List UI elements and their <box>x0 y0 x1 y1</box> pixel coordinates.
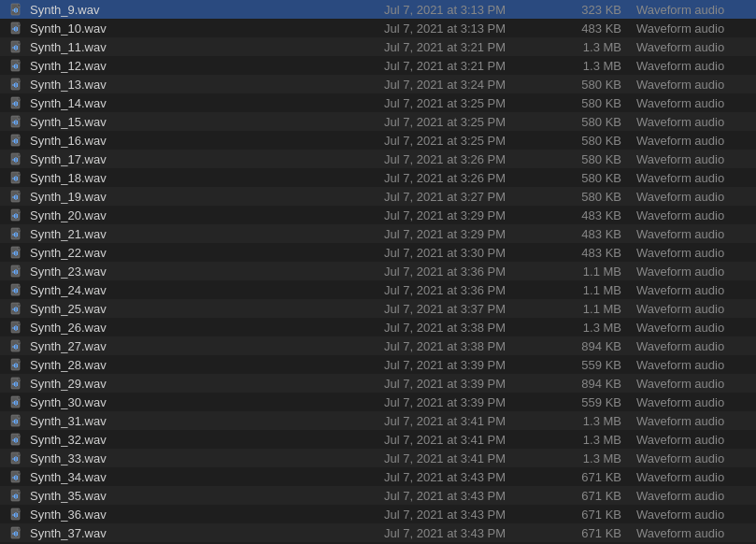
file-date: Jul 7, 2021 at 3:24 PM <box>384 78 562 92</box>
file-date: Jul 7, 2021 at 3:26 PM <box>384 152 562 166</box>
file-kind: Waveform audio <box>636 302 749 316</box>
file-kind: Waveform audio <box>636 171 749 185</box>
file-date: Jul 7, 2021 at 3:26 PM <box>384 171 562 185</box>
file-name: Synth_17.wav <box>26 152 384 166</box>
file-type-icon <box>7 489 26 502</box>
file-type-icon <box>7 470 26 483</box>
table-row[interactable]: Synth_28.wavJul 7, 2021 at 3:39 PM559 KB… <box>0 355 756 374</box>
table-row[interactable]: Synth_17.wavJul 7, 2021 at 3:26 PM580 KB… <box>0 150 756 168</box>
file-date: Jul 7, 2021 at 3:25 PM <box>384 134 562 148</box>
file-name: Synth_12.wav <box>26 59 384 73</box>
file-kind: Waveform audio <box>636 508 749 522</box>
table-row[interactable]: Synth_18.wavJul 7, 2021 at 3:26 PM580 KB… <box>0 168 756 187</box>
file-date: Jul 7, 2021 at 3:13 PM <box>384 21 562 36</box>
file-date: Jul 7, 2021 at 3:25 PM <box>384 96 562 110</box>
file-date: Jul 7, 2021 at 3:43 PM <box>384 470 562 484</box>
file-date: Jul 7, 2021 at 3:37 PM <box>384 302 562 316</box>
file-type-icon <box>7 526 26 539</box>
file-date: Jul 7, 2021 at 3:39 PM <box>384 395 562 409</box>
table-row[interactable]: Synth_25.wavJul 7, 2021 at 3:37 PM1.1 MB… <box>0 299 756 318</box>
file-size: 483 KB <box>562 208 636 222</box>
file-name: Synth_36.wav <box>26 508 384 522</box>
file-type-icon <box>7 321 26 334</box>
file-date: Jul 7, 2021 at 3:27 PM <box>384 190 562 204</box>
file-type-icon <box>7 3 26 16</box>
file-size: 1.3 MB <box>562 451 636 465</box>
file-kind: Waveform audio <box>636 59 749 73</box>
file-date: Jul 7, 2021 at 3:39 PM <box>384 377 562 391</box>
table-row[interactable]: Synth_23.wavJul 7, 2021 at 3:36 PM1.1 MB… <box>0 262 756 280</box>
file-type-icon <box>7 78 26 91</box>
table-row[interactable]: Synth_12.wavJul 7, 2021 at 3:21 PM1.3 MB… <box>0 56 756 75</box>
table-row[interactable]: Synth_36.wavJul 7, 2021 at 3:43 PM671 KB… <box>0 505 756 523</box>
file-kind: Waveform audio <box>636 115 749 129</box>
file-name: Synth_10.wav <box>26 21 384 36</box>
table-row[interactable]: Synth_37.wavJul 7, 2021 at 3:43 PM671 KB… <box>0 523 756 542</box>
table-row[interactable]: Synth_15.wavJul 7, 2021 at 3:25 PM580 KB… <box>0 112 756 131</box>
table-row[interactable]: Synth_24.wavJul 7, 2021 at 3:36 PM1.1 MB… <box>0 280 756 299</box>
file-kind: Waveform audio <box>636 489 749 503</box>
file-name: Synth_28.wav <box>26 358 384 372</box>
file-date: Jul 7, 2021 at 3:36 PM <box>384 265 562 279</box>
file-date: Jul 7, 2021 at 3:38 PM <box>384 339 562 353</box>
file-size: 483 KB <box>562 21 636 36</box>
file-size: 323 KB <box>562 3 636 17</box>
file-name: Synth_33.wav <box>26 451 384 465</box>
file-type-icon <box>7 433 26 446</box>
table-row[interactable]: Synth_10.wavJul 7, 2021 at 3:13 PM483 KB… <box>0 19 756 37</box>
file-date: Jul 7, 2021 at 3:29 PM <box>384 227 562 241</box>
file-date: Jul 7, 2021 at 3:43 PM <box>384 526 562 540</box>
table-row[interactable]: Synth_13.wavJul 7, 2021 at 3:24 PM580 KB… <box>0 75 756 93</box>
file-kind: Waveform audio <box>636 227 749 241</box>
file-kind: Waveform audio <box>636 134 749 148</box>
file-kind: Waveform audio <box>636 395 749 409</box>
file-name: Synth_32.wav <box>26 433 384 447</box>
table-row[interactable]: Synth_26.wavJul 7, 2021 at 3:38 PM1.3 MB… <box>0 318 756 336</box>
table-row[interactable]: Synth_31.wavJul 7, 2021 at 3:41 PM1.3 MB… <box>0 411 756 430</box>
file-type-icon <box>7 283 26 296</box>
file-type-icon <box>7 339 26 352</box>
file-kind: Waveform audio <box>636 526 749 540</box>
file-size: 671 KB <box>562 526 636 540</box>
table-row[interactable]: Synth_32.wavJul 7, 2021 at 3:41 PM1.3 MB… <box>0 430 756 449</box>
file-size: 580 KB <box>562 96 636 110</box>
file-name: Synth_26.wav <box>26 321 384 335</box>
table-row[interactable]: Synth_20.wavJul 7, 2021 at 3:29 PM483 KB… <box>0 206 756 224</box>
file-date: Jul 7, 2021 at 3:38 PM <box>384 321 562 335</box>
file-date: Jul 7, 2021 at 3:13 PM <box>384 3 562 17</box>
table-row[interactable]: Synth_19.wavJul 7, 2021 at 3:27 PM580 KB… <box>0 187 756 206</box>
file-size: 671 KB <box>562 470 636 484</box>
file-type-icon <box>7 134 26 147</box>
file-name: Synth_11.wav <box>26 40 384 54</box>
file-type-icon <box>7 190 26 203</box>
file-date: Jul 7, 2021 at 3:41 PM <box>384 433 562 447</box>
table-row[interactable]: Synth_11.wavJul 7, 2021 at 3:21 PM1.3 MB… <box>0 37 756 56</box>
file-size: 1.3 MB <box>562 433 636 447</box>
file-name: Synth_15.wav <box>26 115 384 129</box>
table-row[interactable]: Synth_29.wavJul 7, 2021 at 3:39 PM894 KB… <box>0 374 756 393</box>
table-row[interactable]: Synth_27.wavJul 7, 2021 at 3:38 PM894 KB… <box>0 336 756 355</box>
table-row[interactable]: Synth_22.wavJul 7, 2021 at 3:30 PM483 KB… <box>0 243 756 262</box>
table-row[interactable]: Synth_16.wavJul 7, 2021 at 3:25 PM580 KB… <box>0 131 756 150</box>
file-type-icon <box>7 152 26 165</box>
table-row[interactable]: Synth_30.wavJul 7, 2021 at 3:39 PM559 KB… <box>0 393 756 411</box>
file-kind: Waveform audio <box>636 78 749 92</box>
file-size: 580 KB <box>562 78 636 92</box>
file-kind: Waveform audio <box>636 414 749 428</box>
file-kind: Waveform audio <box>636 321 749 335</box>
file-date: Jul 7, 2021 at 3:25 PM <box>384 115 562 129</box>
file-type-icon <box>7 59 26 72</box>
table-row[interactable]: Synth_35.wavJul 7, 2021 at 3:43 PM671 KB… <box>0 486 756 505</box>
table-row[interactable]: Synth_14.wavJul 7, 2021 at 3:25 PM580 KB… <box>0 93 756 112</box>
file-type-icon <box>7 451 26 465</box>
file-name: Synth_20.wav <box>26 208 384 222</box>
file-kind: Waveform audio <box>636 40 749 54</box>
file-type-icon <box>7 208 26 222</box>
file-size: 580 KB <box>562 190 636 204</box>
table-row[interactable]: Synth_9.wavJul 7, 2021 at 3:13 PM323 KBW… <box>0 0 756 19</box>
table-row[interactable]: Synth_34.wavJul 7, 2021 at 3:43 PM671 KB… <box>0 467 756 486</box>
file-kind: Waveform audio <box>636 246 749 260</box>
table-row[interactable]: Synth_21.wavJul 7, 2021 at 3:29 PM483 KB… <box>0 224 756 243</box>
file-name: Synth_31.wav <box>26 414 384 428</box>
table-row[interactable]: Synth_33.wavJul 7, 2021 at 3:41 PM1.3 MB… <box>0 449 756 467</box>
